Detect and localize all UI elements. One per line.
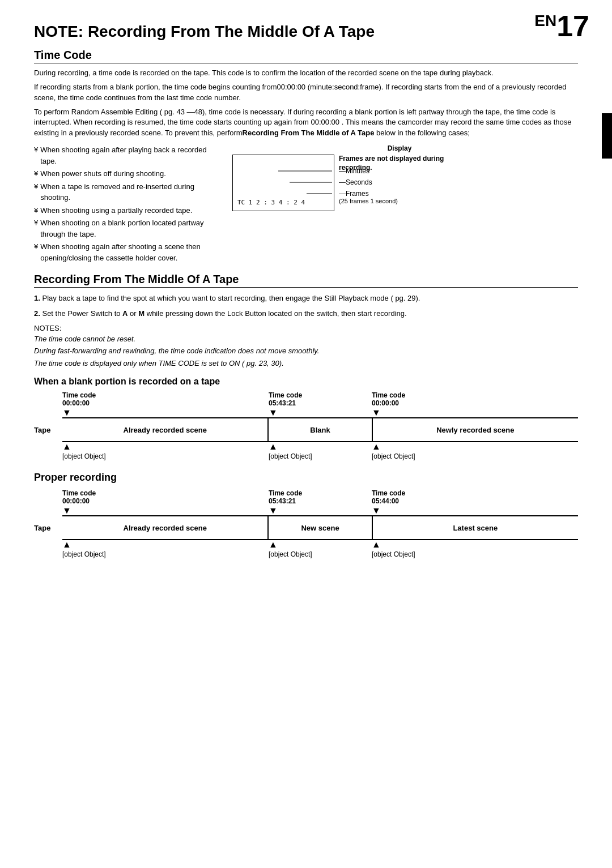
blank-seg-3: Newly recorded scene [373, 418, 578, 441]
note-2: During fast-forwarding and rewinding, th… [34, 345, 578, 357]
bullet-text-3: When a tape is removed and re-inserted d… [40, 181, 210, 203]
time-code-para-3: To perform Random Assemble Editing ( pg.… [34, 107, 578, 139]
bullet-5: ¥ When shooting on a blank portion locat… [34, 217, 210, 240]
blank-tape-track: Already recorded scene Blank Newly recor… [62, 417, 578, 442]
blank-up-arrows: ▲ ▲ ▲ [62, 442, 578, 451]
proper-arrow-up-2: ▲ [269, 540, 372, 549]
blank-points-row: [object Object] [object Object] [object … [62, 452, 578, 460]
note-1: The time code cannot be reset. [34, 333, 578, 345]
proper-tc-value-2: 05:43:21 [269, 497, 372, 505]
step-1: 1. Play back a tape to find the spot at … [34, 293, 578, 304]
note-3: The time code is displayed only when TIM… [34, 358, 578, 369]
bullet-4: ¥ When shooting using a partially record… [34, 205, 210, 216]
side-bar [602, 113, 612, 159]
proper-tc-value-1: 00:00:00 [62, 497, 269, 505]
blank-tc-value-3: 00:00:00 [372, 399, 578, 407]
blank-tc-label-3: Time code [372, 391, 578, 399]
display-box: TC 1 2 : 3 4 : 2 4 [232, 155, 334, 211]
bullet-text-1: When shooting again after playing back a… [40, 144, 210, 166]
proper-point-2: [object Object] [269, 550, 372, 558]
blank-portion-diagram: Time code 00:00:00 Time code 05:43:21 Ti… [34, 391, 578, 460]
blank-tc-row: Time code 00:00:00 Time code 05:43:21 Ti… [62, 391, 578, 407]
proper-point-1: [object Object] [62, 550, 269, 558]
minutes-annotation: —Minutes [339, 167, 369, 175]
bullet-symbol-2: ¥ [34, 168, 38, 179]
blank-arrow-down-1: ▼ [62, 408, 269, 417]
proper-recording-heading: Proper recording [34, 472, 578, 484]
main-title: NOTE: Recording From The Middle Of A Tap… [34, 23, 578, 41]
proper-tape-row: Tape Already recorded scene New scene La… [34, 515, 578, 540]
bullet-list: ¥ When shooting again after playing back… [34, 144, 210, 265]
blank-portion-heading: When a blank portion is recorded on a ta… [34, 377, 578, 387]
proper-tape-track: Already recorded scene New scene Latest … [62, 515, 578, 540]
bullet-text-5: When shooting on a blank portion located… [40, 217, 210, 240]
blank-arrow-down-3: ▼ [372, 408, 578, 417]
proper-seg-3: Latest scene [373, 516, 578, 539]
step-1-text: Play back a tape to find the spot at whi… [42, 294, 420, 302]
bullet-symbol-3: ¥ [34, 181, 38, 203]
proper-seg-1: Already recorded scene [62, 516, 269, 539]
proper-tc-block-3: Time code 05:44:00 [372, 489, 578, 505]
proper-tc-label-3: Time code [372, 489, 578, 497]
blank-tape-row: Tape Already recorded scene Blank Newly … [34, 417, 578, 442]
proper-arrow-up-3: ▲ [372, 540, 578, 549]
display-label: Display [221, 144, 578, 152]
proper-arrow-down-1: ▼ [62, 506, 269, 515]
proper-tc-label-2: Time code [269, 489, 372, 497]
blank-arrow-up-3: ▲ [372, 442, 578, 451]
proper-tc-block-1: Time code 00:00:00 [62, 489, 269, 505]
step-2-text: Set the Power Switch to A or M while pre… [42, 309, 406, 318]
blank-tc-value-2: 05:43:21 [269, 399, 372, 407]
blank-tc-label-1: Time code [62, 391, 269, 399]
seconds-annotation: —Seconds [339, 178, 372, 186]
notes-section: NOTES: The time code cannot be reset. Du… [34, 324, 578, 369]
time-code-para-1: During recording, a time code is recorde… [34, 68, 578, 79]
proper-tc-row: Time code 00:00:00 Time code 05:43:21 Ti… [62, 489, 578, 505]
time-code-heading: Time Code [34, 49, 578, 63]
blank-seg-2: Blank [269, 418, 372, 441]
blank-arrow-up-1: ▲ [62, 442, 269, 451]
proper-recording-diagram: Time code 00:00:00 Time code 05:43:21 Ti… [34, 489, 578, 558]
frames-annotation: —Frames [339, 190, 369, 198]
bullet-text-2: When power shuts off during shooting. [40, 168, 166, 179]
bullet-text-4: When shooting using a partially recorded… [40, 205, 192, 216]
proper-up-arrows: ▲ ▲ ▲ [62, 540, 578, 549]
bullet-symbol-4: ¥ [34, 205, 38, 216]
blank-point-3: [object Object] [372, 452, 578, 460]
proper-point-3: [object Object] [372, 550, 578, 558]
proper-arrow-down-3: ▼ [372, 506, 578, 515]
blank-point-2: [object Object] [269, 452, 372, 460]
display-lines-svg [233, 155, 335, 212]
bullet-text-6: When shooting again after shooting a sce… [40, 241, 210, 263]
recording-middle-heading: Recording From The Middle Of A Tape [34, 273, 578, 288]
blank-tc-block-2: Time code 05:43:21 [269, 391, 372, 407]
proper-tc-value-3: 05:44:00 [372, 497, 578, 505]
blank-tc-block-3: Time code 00:00:00 [372, 391, 578, 407]
step-2: 2. Set the Power Switch to A or M while … [34, 309, 578, 319]
blank-point-1: [object Object] [62, 452, 269, 460]
bullet-symbol-5: ¥ [34, 217, 38, 240]
frames-note: (25 frames 1 second) [339, 198, 398, 204]
proper-tc-block-2: Time code 05:43:21 [269, 489, 372, 505]
display-diagram: Display TC 1 2 : 3 4 : 2 4 Frames are no… [221, 144, 578, 265]
proper-points-row: [object Object] [object Object] [object … [62, 550, 578, 558]
blank-tc-block-1: Time code 00:00:00 [62, 391, 269, 407]
bullet-symbol-1: ¥ [34, 144, 38, 166]
page-prefix: EN [534, 12, 556, 29]
proper-down-arrows: ▼ ▼ ▼ [62, 506, 578, 515]
blank-tape-label: Tape [34, 426, 62, 434]
display-annotations: Frames are not displayed during recordin… [339, 155, 452, 211]
blank-down-arrows: ▼ ▼ ▼ [62, 408, 578, 417]
bullet-symbol-6: ¥ [34, 241, 38, 263]
bullet-6: ¥ When shooting again after shooting a s… [34, 241, 210, 263]
proper-arrow-down-2: ▼ [269, 506, 372, 515]
steps-section: 1. Play back a tape to find the spot at … [34, 293, 578, 319]
proper-tape-label: Tape [34, 524, 62, 532]
blank-tc-label-2: Time code [269, 391, 372, 399]
blank-arrow-up-2: ▲ [269, 442, 372, 451]
page-number: EN17 [534, 11, 589, 41]
blank-seg-1: Already recorded scene [62, 418, 269, 441]
bullet-3: ¥ When a tape is removed and re-inserted… [34, 181, 210, 203]
proper-seg-2: New scene [269, 516, 372, 539]
bullet-2: ¥ When power shuts off during shooting. [34, 168, 210, 179]
